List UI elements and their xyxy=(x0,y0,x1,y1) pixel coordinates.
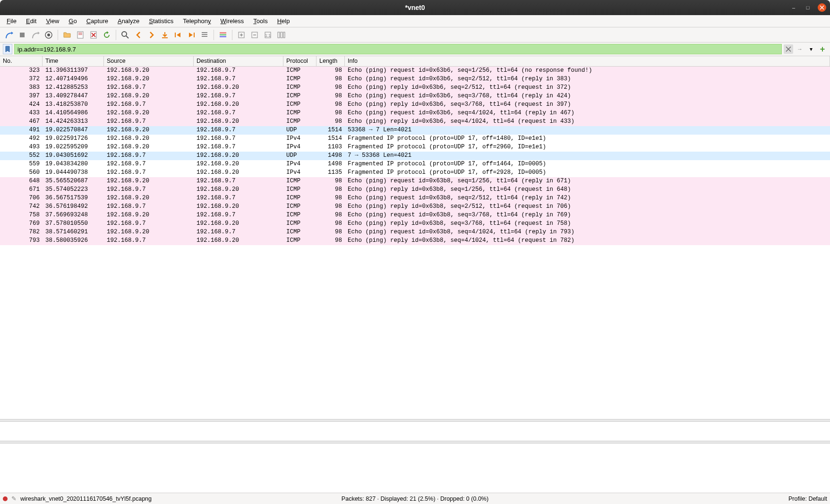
svg-text:1:1: 1:1 xyxy=(265,33,271,38)
menu-telephony[interactable]: Telephony xyxy=(179,16,214,26)
column-header-destination[interactable]: Destination xyxy=(194,56,283,66)
expert-info-icon[interactable] xyxy=(3,496,8,501)
filter-clear-button[interactable] xyxy=(784,44,793,54)
packet-row[interactable]: 43314.410564986192.168.9.20192.168.9.7IC… xyxy=(0,109,830,118)
go-to-packet-button[interactable] xyxy=(159,29,171,41)
svg-rect-22 xyxy=(278,32,280,38)
window-title: *vnet0 xyxy=(405,4,425,11)
packet-list-header: No. Time Source Destination Protocol Len… xyxy=(0,56,830,67)
svg-rect-6 xyxy=(78,34,82,35)
column-header-protocol[interactable]: Protocol xyxy=(283,56,317,66)
packet-row[interactable]: 38312.412885253192.168.9.7192.168.9.20IC… xyxy=(0,84,830,92)
go-first-button[interactable] xyxy=(172,29,184,41)
column-header-time[interactable]: Time xyxy=(43,56,104,66)
status-profile[interactable]: Profile: Default xyxy=(555,495,827,502)
menu-edit[interactable]: Edit xyxy=(22,16,40,26)
packet-row[interactable]: 64835.565520687192.168.9.20192.168.9.7IC… xyxy=(0,177,830,186)
svg-rect-23 xyxy=(281,32,282,38)
menu-wireless[interactable]: Wireless xyxy=(217,16,248,26)
menu-help[interactable]: Help xyxy=(274,16,294,26)
menu-analyze[interactable]: Analyze xyxy=(114,16,143,26)
go-back-button[interactable] xyxy=(132,29,145,41)
svg-point-8 xyxy=(122,32,127,36)
menu-statistics[interactable]: Statistics xyxy=(145,16,177,26)
svg-rect-11 xyxy=(194,33,195,37)
packet-row[interactable]: 55219.043051692192.168.9.7192.168.9.20UD… xyxy=(0,152,830,160)
window-controls: – □ xyxy=(789,3,826,12)
filter-dropdown-button[interactable]: ▾ xyxy=(806,44,816,54)
column-header-no[interactable]: No. xyxy=(0,56,43,66)
packet-row[interactable]: 55919.043834280192.168.9.7192.168.9.20IP… xyxy=(0,160,830,169)
zoom-out-button[interactable] xyxy=(248,29,261,41)
filter-apply-button[interactable]: → xyxy=(795,44,804,54)
menu-go[interactable]: Go xyxy=(65,16,80,26)
packet-row[interactable]: 67135.574052223192.168.9.7192.168.9.20IC… xyxy=(0,186,830,194)
packet-list[interactable]: No. Time Source Destination Protocol Len… xyxy=(0,56,830,419)
packet-details-pane[interactable] xyxy=(0,422,830,441)
svg-rect-16 xyxy=(220,34,226,35)
packet-row[interactable]: 74236.576198492192.168.9.7192.168.9.20IC… xyxy=(0,203,830,211)
packet-row[interactable]: 42413.418253870192.168.9.7192.168.9.20IC… xyxy=(0,101,830,109)
svg-rect-17 xyxy=(220,36,226,37)
svg-rect-4 xyxy=(78,33,82,33)
maximize-button[interactable]: □ xyxy=(804,3,812,12)
go-forward-button[interactable] xyxy=(145,29,158,41)
packet-row[interactable]: 75837.569693248192.168.9.20192.168.9.7IC… xyxy=(0,211,830,220)
statusbar: ✎ wireshark_vnet0_20201116170546_tvYl5f.… xyxy=(0,493,830,504)
colorize-button[interactable] xyxy=(217,29,229,41)
status-packets: Packets: 827 · Displayed: 21 (2.5%) · Dr… xyxy=(279,495,551,502)
minimize-button[interactable]: – xyxy=(789,3,798,12)
packet-row[interactable]: 56019.044490738192.168.9.7192.168.9.20IP… xyxy=(0,169,830,177)
packet-row[interactable]: 32311.396311397192.168.9.20192.168.9.7IC… xyxy=(0,67,830,75)
packet-row[interactable]: 78238.571460291192.168.9.20192.168.9.7IC… xyxy=(0,228,830,237)
start-capture-button[interactable] xyxy=(3,29,15,41)
filter-bookmark-button[interactable] xyxy=(3,44,12,54)
toolbar-separator xyxy=(58,30,58,40)
menu-file[interactable]: File xyxy=(3,16,20,26)
packet-row[interactable]: 79338.580035926192.168.9.7192.168.9.20IC… xyxy=(0,237,830,245)
column-header-length[interactable]: Length xyxy=(317,56,345,66)
menubar: File Edit View Go Capture Analyze Statis… xyxy=(0,15,830,27)
go-last-button[interactable] xyxy=(185,29,197,41)
filter-bar: → ▾ + xyxy=(0,43,830,56)
zoom-reset-button[interactable]: 1:1 xyxy=(262,29,274,41)
auto-scroll-button[interactable] xyxy=(198,29,211,41)
open-file-button[interactable] xyxy=(61,29,73,41)
menu-tools[interactable]: Tools xyxy=(249,16,271,26)
column-header-source[interactable]: Source xyxy=(104,56,194,66)
packet-row[interactable]: 39713.409278447192.168.9.20192.168.9.7IC… xyxy=(0,92,830,101)
close-file-button[interactable] xyxy=(87,29,100,41)
toolbar-separator xyxy=(232,30,232,40)
reload-button[interactable] xyxy=(101,29,113,41)
svg-rect-0 xyxy=(20,33,25,37)
stop-capture-button[interactable] xyxy=(16,29,28,41)
packet-row[interactable]: 70636.567517539192.168.9.20192.168.9.7IC… xyxy=(0,194,830,203)
menu-view[interactable]: View xyxy=(42,16,63,26)
svg-rect-12 xyxy=(202,32,207,33)
packet-row[interactable]: 49119.022570847192.168.9.20192.168.9.7UD… xyxy=(0,126,830,135)
filter-add-button[interactable]: + xyxy=(818,44,827,54)
toolbar-separator xyxy=(116,30,116,40)
resize-columns-button[interactable] xyxy=(275,29,287,41)
titlebar: *vnet0 – □ xyxy=(0,0,830,15)
packet-row[interactable]: 37212.407149496192.168.9.20192.168.9.7IC… xyxy=(0,75,830,84)
zoom-in-button[interactable] xyxy=(235,29,248,41)
display-filter-input[interactable] xyxy=(14,44,782,54)
packet-row[interactable]: 49319.022595209192.168.9.20192.168.9.7IP… xyxy=(0,143,830,152)
edit-capture-comment-icon[interactable]: ✎ xyxy=(11,495,17,502)
save-file-button[interactable] xyxy=(74,29,86,41)
svg-point-2 xyxy=(47,34,50,36)
packet-bytes-pane[interactable] xyxy=(0,444,830,493)
svg-rect-15 xyxy=(220,32,226,34)
find-packet-button[interactable] xyxy=(119,29,131,41)
svg-rect-24 xyxy=(283,32,285,38)
packet-row[interactable]: 46714.424263313192.168.9.7192.168.9.20IC… xyxy=(0,118,830,126)
capture-options-button[interactable] xyxy=(43,29,55,41)
close-button[interactable] xyxy=(818,3,826,12)
menu-capture[interactable]: Capture xyxy=(83,16,112,26)
packet-row[interactable]: 49219.022591726192.168.9.20192.168.9.7IP… xyxy=(0,135,830,143)
packet-row[interactable]: 76937.578010550192.168.9.7192.168.9.20IC… xyxy=(0,220,830,228)
column-header-info[interactable]: Info xyxy=(345,56,830,66)
restart-capture-button[interactable] xyxy=(29,29,42,41)
toolbar-separator xyxy=(214,30,214,40)
